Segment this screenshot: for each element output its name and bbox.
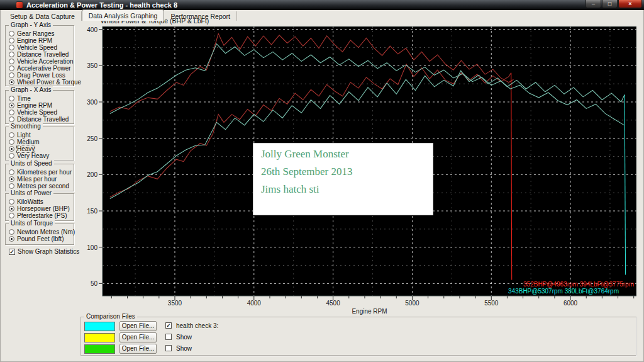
sidebar-group-title: Graph - X Axis xyxy=(9,86,53,93)
radio-option[interactable]: Distance Travelled xyxy=(9,116,74,123)
radio-option[interactable]: Accelerative Power xyxy=(9,65,74,72)
y-tick-label: 300 xyxy=(77,99,97,106)
radio-button-icon xyxy=(9,52,14,57)
radio-option-label: Engine RPM xyxy=(17,102,52,109)
radio-option[interactable]: Heavy xyxy=(9,145,74,152)
radio-button-icon xyxy=(9,206,14,212)
radio-option-label: Vehicle Acceleration xyxy=(17,58,74,65)
radio-button-icon xyxy=(9,59,14,64)
radio-button-icon xyxy=(9,176,14,182)
radio-option-label: Light xyxy=(17,132,31,139)
group-units-of-torque: Units of Torque Newton Metres (Nm) Pound… xyxy=(5,223,74,245)
x-tick-label: 4500 xyxy=(321,300,346,307)
radio-button-icon xyxy=(9,96,14,101)
radio-option[interactable]: Drag Power Loss xyxy=(9,72,74,79)
radio-button-icon xyxy=(9,103,14,108)
comparison-file-label: Show xyxy=(176,344,192,354)
radio-option[interactable]: Engine RPM xyxy=(9,37,74,44)
radio-option-label: Vehicle Speed xyxy=(17,109,57,116)
graph-statistics-text: 343BHP@5307rpm 380LbFt@3764rpm xyxy=(508,288,619,295)
radio-button-icon xyxy=(9,79,14,85)
radio-option-label: Horsepower (BHP) xyxy=(17,205,70,212)
show-file-checkbox[interactable] xyxy=(165,334,172,340)
open-file-button[interactable]: Open File... xyxy=(119,321,157,331)
chart-area: 352BHP@4963rpm 394LbFt@3775rpm343BHP@530… xyxy=(99,26,636,301)
open-file-button[interactable]: Open File... xyxy=(119,332,157,342)
radio-option[interactable]: Vehicle Acceleration xyxy=(9,58,74,65)
radio-button-icon xyxy=(9,183,14,189)
radio-option-label: Heavy xyxy=(17,145,35,152)
radio-button-icon xyxy=(9,132,14,138)
sidebar-group-title: Units of Speed xyxy=(9,160,54,167)
graph-annotation-box[interactable]: Jolly Green Monster26th September 2013Ji… xyxy=(253,144,433,215)
open-file-button[interactable]: Open File... xyxy=(119,344,157,354)
tab-data-analysis-graphing[interactable]: Data Analysis Graphing xyxy=(82,9,165,21)
comparison-files-title: Comparison Files xyxy=(84,313,137,320)
radio-button-icon xyxy=(9,110,14,115)
radio-option[interactable]: Very Heavy xyxy=(9,152,74,159)
radio-button-icon xyxy=(9,116,14,122)
tab-setup-data-capture[interactable]: Setup & Data Capture xyxy=(4,11,82,21)
y-tick-label: 350 xyxy=(77,62,97,69)
radio-option-label: Time xyxy=(17,95,31,102)
radio-option[interactable]: Light xyxy=(9,132,74,139)
radio-option[interactable]: Newton Metres (Nm) xyxy=(9,229,74,235)
y-tick-label: 250 xyxy=(77,135,97,142)
y-tick-label: 50 xyxy=(77,280,97,287)
radio-button-icon xyxy=(9,139,14,145)
radio-option[interactable]: Vehicle Speed xyxy=(9,44,74,51)
annotation-line: Jolly Green Monster xyxy=(261,148,425,161)
y-tick-label: 100 xyxy=(77,244,97,251)
tab-bar: Setup & Data CaptureData Analysis Graphi… xyxy=(0,10,644,21)
radio-option-label: Newton Metres (Nm) xyxy=(17,229,75,235)
radio-option-label: Distance Travelled xyxy=(17,116,69,123)
window-title: Acceleration & Power Testing - health ch… xyxy=(26,0,177,10)
group-graph-y-axis: Graph - Y Axis Gear Ranges Engine RPM Ve… xyxy=(5,25,74,86)
app-window: Acceleration & Power Testing - health ch… xyxy=(0,0,644,362)
radio-option[interactable]: Miles per hour xyxy=(9,176,74,183)
radio-option[interactable]: Pound Feet (lbft) xyxy=(9,235,74,242)
x-tick-label: 4000 xyxy=(242,300,267,307)
x-tick-label: 5500 xyxy=(479,300,504,307)
radio-option-label: Gear Ranges xyxy=(17,30,54,37)
show-file-checkbox[interactable] xyxy=(165,345,172,351)
radio-option[interactable]: Time xyxy=(9,95,74,102)
radio-button-icon xyxy=(9,45,14,50)
group-units-of-power: Units of Power KiloWatts Horsepower (BHP… xyxy=(5,193,74,221)
y-tick-label: 200 xyxy=(77,171,97,178)
radio-option[interactable]: Horsepower (BHP) xyxy=(9,205,74,212)
minimize-button[interactable]: – xyxy=(586,0,601,8)
comparison-file-row: Open File... ✓ health check 3: xyxy=(81,321,635,331)
show-file-checkbox[interactable]: ✓ xyxy=(165,322,172,329)
radio-option[interactable]: Distance Travelled xyxy=(9,51,74,58)
close-button[interactable]: × xyxy=(618,0,642,8)
radio-option[interactable]: Engine RPM xyxy=(9,102,74,109)
radio-option[interactable]: KiloWatts xyxy=(9,198,74,205)
radio-option[interactable]: Wheel Power & Torque xyxy=(9,79,74,86)
radio-option[interactable]: Pferdestarke (PS) xyxy=(9,212,74,219)
file-color-swatch xyxy=(84,333,115,342)
title-bar: Acceleration & Power Testing - health ch… xyxy=(0,0,644,10)
radio-option[interactable]: Metres per second xyxy=(9,183,74,189)
radio-button-icon xyxy=(9,31,14,37)
x-tick-label: 3500 xyxy=(162,300,187,307)
radio-option[interactable]: Vehicle Speed xyxy=(9,109,74,116)
x-tick-label: 5000 xyxy=(399,300,425,307)
radio-option-label: Engine RPM xyxy=(17,37,52,44)
file-color-swatch xyxy=(84,344,115,354)
show-graph-statistics-checkbox[interactable]: ✓ Show Graph Statistics xyxy=(9,248,79,255)
radio-button-icon xyxy=(9,146,14,152)
sidebar-group-title: Units of Torque xyxy=(9,220,55,227)
radio-option[interactable]: Kilometres per hour xyxy=(9,169,74,176)
radio-button-icon xyxy=(9,72,14,78)
sidebar-group-title: Smoothing xyxy=(9,123,43,130)
radio-option-label: Medium xyxy=(17,139,40,145)
radio-option[interactable]: Medium xyxy=(9,139,74,145)
radio-button-icon xyxy=(9,169,14,175)
maximize-button[interactable]: □ xyxy=(602,0,618,8)
group-smoothing: Smoothing Light Medium Heavy Very Heavy xyxy=(5,127,74,161)
radio-button-icon xyxy=(9,38,14,43)
radio-option[interactable]: Gear Ranges xyxy=(9,30,74,37)
radio-option-label: Wheel Power & Torque xyxy=(17,79,81,86)
radio-option-label: Pound Feet (lbft) xyxy=(17,235,64,242)
